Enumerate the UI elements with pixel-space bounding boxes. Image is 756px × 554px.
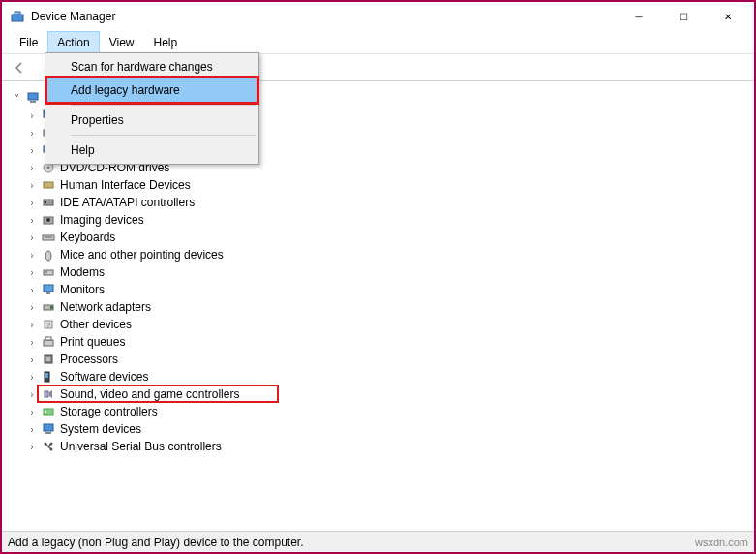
tree-item-label: Network adapters [60, 300, 151, 314]
expander-icon[interactable]: › [25, 232, 39, 243]
tree-item[interactable]: ›System devices [4, 420, 752, 438]
minimize-button[interactable]: ─ [617, 2, 661, 31]
expander-icon[interactable]: › [25, 145, 39, 156]
device-icon [41, 369, 56, 385]
device-icon [41, 386, 56, 402]
tree-item[interactable]: ›Keyboards [4, 229, 752, 246]
maximize-button[interactable]: ☐ [661, 2, 706, 31]
tree-item-label: Monitors [60, 283, 105, 296]
svg-rect-33 [45, 373, 48, 378]
expander-icon[interactable]: › [25, 215, 39, 226]
device-icon [41, 177, 56, 193]
tree-item[interactable]: ›Print queues [4, 333, 752, 351]
window-buttons: ─ ☐ ✕ [617, 2, 750, 31]
tree-item[interactable]: ›Imaging devices [4, 211, 752, 229]
device-icon [41, 439, 56, 454]
menu-action[interactable]: Action [47, 31, 99, 53]
expander-icon[interactable]: › [25, 180, 39, 191]
svg-rect-37 [44, 424, 53, 431]
tree-item-label: Modems [60, 265, 105, 279]
tree-item-label: Sound, video and game controllers [60, 387, 239, 401]
tree-item-label: Keyboards [60, 231, 115, 244]
tree-item[interactable]: ›IDE ATA/ATAPI controllers [4, 194, 752, 211]
tree-item-label: Other devices [60, 318, 132, 331]
menu-properties[interactable]: Properties [47, 108, 257, 132]
expander-icon[interactable]: › [25, 128, 39, 138]
tree-item-label: System devices [60, 422, 141, 436]
svg-rect-12 [44, 182, 53, 188]
action-dropdown: Scan for hardware changes Add legacy har… [45, 52, 259, 165]
expander-icon[interactable]: ˅ [10, 93, 23, 104]
svg-point-11 [47, 167, 50, 169]
close-button[interactable]: ✕ [706, 2, 750, 31]
expander-icon[interactable]: › [25, 267, 39, 278]
device-icon: ? [41, 317, 56, 332]
expander-icon[interactable]: › [25, 302, 39, 313]
menu-add-legacy-hardware[interactable]: Add legacy hardware [47, 78, 257, 102]
tree-item[interactable]: ›?Other devices [4, 316, 752, 333]
device-icon [41, 247, 56, 262]
tree-item[interactable]: ›Human Interface Devices [4, 176, 752, 194]
tree-item[interactable]: ›Processors [4, 351, 752, 368]
expander-icon[interactable]: › [25, 442, 39, 452]
svg-rect-20 [44, 270, 53, 275]
device-icon [41, 421, 56, 437]
svg-point-21 [45, 271, 47, 273]
tree-item[interactable]: ›Network adapters [4, 298, 752, 316]
device-icon [41, 230, 56, 245]
device-icon [41, 282, 56, 297]
tree-item-label: Print queues [60, 335, 125, 349]
tree-item-label: Universal Serial Bus controllers [60, 440, 222, 453]
title-bar: Device Manager ─ ☐ ✕ [2, 2, 754, 31]
menu-view[interactable]: View [100, 31, 144, 53]
menu-separator [71, 105, 256, 106]
menu-file[interactable]: File [10, 31, 47, 53]
svg-point-16 [46, 218, 50, 222]
menu-scan-hardware[interactable]: Scan for hardware changes [47, 55, 257, 78]
expander-icon[interactable]: › [25, 407, 39, 417]
expander-icon[interactable]: › [25, 372, 39, 383]
device-icon [41, 264, 56, 280]
device-icon [41, 195, 56, 210]
expander-icon[interactable]: › [25, 320, 39, 330]
tree-item[interactable]: ›Monitors [4, 281, 752, 298]
menu-help[interactable]: Help [47, 138, 257, 162]
computer-icon [25, 90, 41, 106]
expander-icon[interactable]: › [25, 354, 39, 365]
svg-rect-1 [15, 12, 20, 15]
svg-rect-0 [12, 15, 23, 21]
tree-item-label: Software devices [60, 370, 148, 384]
tree-item-label: Storage controllers [60, 405, 158, 418]
window-title: Device Manager [31, 10, 617, 23]
expander-icon[interactable]: › [25, 110, 39, 121]
menu-separator [71, 135, 256, 136]
tree-item[interactable]: ›Sound, video and game controllers [4, 385, 752, 403]
device-icon [41, 352, 56, 367]
expander-icon[interactable]: › [25, 337, 39, 348]
menu-help[interactable]: Help [144, 31, 188, 53]
svg-rect-34 [45, 391, 48, 397]
expander-icon[interactable]: › [25, 198, 39, 208]
tree-item[interactable]: ›Mice and other pointing devices [4, 246, 752, 263]
status-text: Add a legacy (non Plug and Play) device … [8, 536, 304, 549]
tree-item[interactable]: ›Modems [4, 263, 752, 281]
device-icon [41, 404, 56, 419]
tree-item[interactable]: ›Universal Serial Bus controllers [4, 438, 752, 455]
expander-icon[interactable]: › [25, 424, 39, 435]
expander-icon[interactable]: › [25, 250, 39, 261]
svg-rect-23 [46, 292, 50, 294]
svg-rect-36 [45, 411, 46, 413]
expander-icon[interactable]: › [25, 285, 39, 295]
device-icon [41, 334, 56, 350]
app-icon [10, 9, 25, 24]
back-button[interactable] [8, 56, 31, 79]
expander-icon[interactable]: › [25, 389, 39, 400]
svg-point-19 [45, 251, 51, 261]
svg-rect-28 [44, 340, 53, 346]
svg-rect-2 [28, 93, 38, 100]
tree-item[interactable]: ›Storage controllers [4, 403, 752, 420]
expander-icon[interactable]: › [25, 163, 39, 173]
svg-rect-14 [45, 201, 46, 203]
tree-item-label: Processors [60, 353, 118, 366]
tree-item[interactable]: ›Software devices [4, 368, 752, 385]
